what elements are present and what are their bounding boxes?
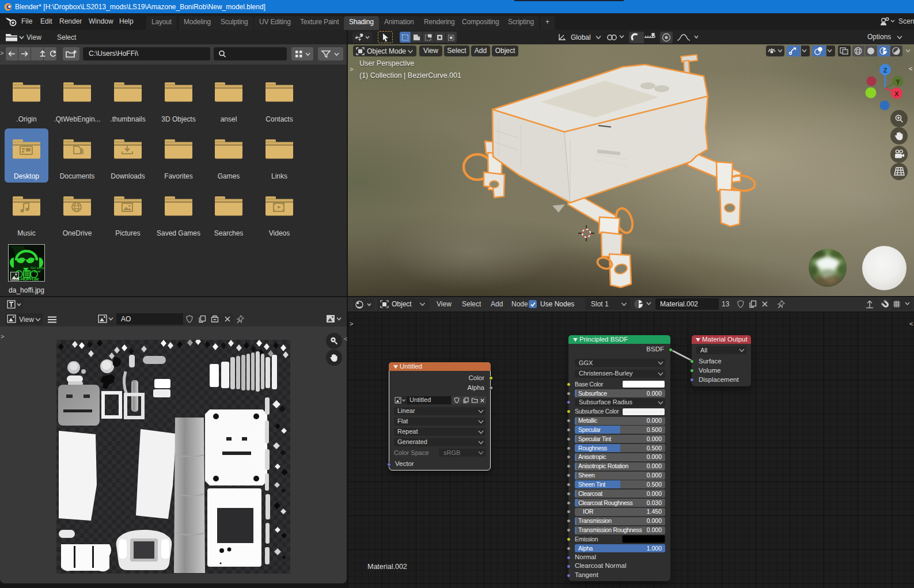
svg-text:Y: Y <box>896 78 900 85</box>
svg-text:Z: Z <box>883 67 888 74</box>
svg-text:X: X <box>894 90 899 97</box>
